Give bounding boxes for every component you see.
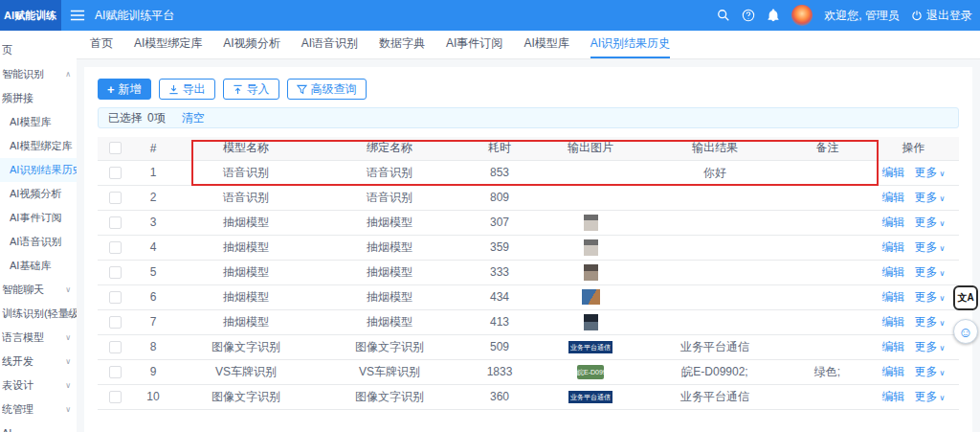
edit-link[interactable]: 编辑: [882, 340, 905, 353]
sidebar-item[interactable]: 统管理∨: [0, 398, 77, 421]
edit-link[interactable]: 编辑: [882, 290, 905, 304]
sidebar-item[interactable]: AI模型库: [0, 110, 77, 134]
output-result: [643, 185, 787, 210]
row-checkbox[interactable]: [109, 266, 122, 279]
checkbox-cell: [98, 210, 132, 235]
translate-widget[interactable]: 文A: [953, 285, 978, 310]
help-icon[interactable]: [742, 9, 755, 22]
sidebar-menu: 页智能识别∧频拼接AI模型库AI模型绑定库AI识别结果历史AI视频分析AI事件订…: [0, 31, 77, 432]
more-link[interactable]: 更多∨: [915, 265, 946, 279]
sidebar-item[interactable]: 语言模型∨: [0, 326, 77, 350]
output-image-thumbnail[interactable]: 业务平台通信: [568, 391, 612, 403]
sidebar-item[interactable]: AI语音识别: [0, 230, 77, 254]
edit-link[interactable]: 编辑: [882, 265, 905, 279]
search-icon[interactable]: [717, 9, 730, 22]
tab-2[interactable]: AI视频分析: [223, 30, 279, 58]
row-checkbox[interactable]: [109, 366, 122, 378]
actions-cell: 编辑更多∨: [868, 284, 959, 309]
sidebar-item[interactable]: 表设计∨: [0, 374, 77, 398]
notification-icon[interactable]: [767, 9, 780, 22]
more-link[interactable]: 更多∨: [915, 365, 946, 378]
sidebar-item[interactable]: 智能聊天∨: [0, 278, 77, 302]
output-image-thumbnail[interactable]: 皖E-D09902: [577, 365, 604, 379]
header-left: AI赋能训练平台: [61, 8, 174, 24]
tab-1[interactable]: AI模型绑定库: [134, 30, 202, 58]
sidebar-item[interactable]: AI模型绑定库: [0, 134, 77, 158]
sidebar-item[interactable]: AI基础库: [0, 254, 77, 278]
tab-5[interactable]: AI事件订阅: [446, 30, 502, 58]
output-image-thumbnail[interactable]: [584, 314, 598, 330]
collapse-menu-icon[interactable]: [70, 9, 85, 22]
output-image-thumbnail[interactable]: [584, 239, 598, 256]
sidebar-item-label: AI模型库: [10, 110, 77, 134]
row-checkbox[interactable]: [109, 391, 122, 403]
edit-link[interactable]: 编辑: [882, 315, 905, 329]
clear-selection-link[interactable]: 清空: [182, 110, 205, 126]
output-image-thumbnail[interactable]: [582, 289, 600, 305]
sidebar-item[interactable]: AI事件订阅: [0, 206, 77, 230]
row-checkbox[interactable]: [109, 291, 122, 304]
more-link[interactable]: 更多∨: [915, 166, 946, 179]
more-link[interactable]: 更多∨: [915, 315, 946, 329]
import-button[interactable]: 导入: [223, 79, 279, 100]
edit-link[interactable]: 编辑: [882, 216, 905, 229]
sidebar-item[interactable]: 频拼接: [0, 86, 77, 110]
actions-cell: 编辑更多∨: [868, 309, 959, 334]
tab-7[interactable]: AI识别结果历史: [590, 30, 670, 58]
row-checkbox[interactable]: [109, 167, 122, 179]
more-link[interactable]: 更多∨: [915, 240, 946, 254]
more-label: 更多: [915, 240, 938, 254]
elapsed-time: 434: [461, 284, 538, 309]
more-link[interactable]: 更多∨: [915, 340, 946, 353]
avatar[interactable]: [791, 5, 813, 26]
sidebar-item-label: AI: [2, 421, 77, 432]
output-image-cell: [538, 284, 643, 309]
row-index: 8: [132, 334, 174, 359]
tab-3[interactable]: AI语音识别: [301, 30, 358, 58]
row-checkbox[interactable]: [109, 192, 122, 204]
output-image-thumbnail[interactable]: [584, 215, 598, 231]
table-row: 6抽烟模型抽烟模型434编辑更多∨: [98, 284, 959, 309]
edit-link[interactable]: 编辑: [882, 166, 905, 179]
tab-0[interactable]: 首页: [90, 30, 113, 58]
remark: [787, 160, 868, 185]
row-checkbox[interactable]: [109, 216, 122, 229]
import-button-label: 导入: [247, 81, 270, 98]
edit-link[interactable]: 编辑: [882, 240, 905, 254]
table-row: 9VS车牌识别VS车牌识别1833皖E-D09902皖E-D09902;绿色;编…: [98, 359, 959, 384]
export-button[interactable]: 导出: [159, 79, 215, 100]
sidebar-item[interactable]: AI识别结果历史: [0, 158, 77, 182]
sidebar-item[interactable]: 训练识别(轻量级)∨: [0, 302, 77, 326]
column-header: 模型名称: [174, 137, 318, 160]
more-link[interactable]: 更多∨: [915, 216, 946, 229]
logout-button[interactable]: 退出登录: [911, 8, 972, 24]
output-image-thumbnail[interactable]: [584, 264, 598, 281]
tab-bar: 首页AI模型绑定库AI视频分析AI语音识别数据字典AI事件订阅AI模型库AI识别…: [77, 31, 980, 59]
sidebar-item[interactable]: 线开发∨: [0, 350, 77, 374]
output-image-thumbnail[interactable]: 业务平台通信: [568, 341, 612, 353]
assistant-widget[interactable]: ☺: [953, 319, 978, 344]
more-link[interactable]: 更多∨: [915, 290, 946, 304]
row-checkbox[interactable]: [109, 341, 122, 353]
output-image-cell: [538, 309, 643, 334]
row-checkbox[interactable]: [109, 241, 122, 254]
tab-4[interactable]: 数据字典: [379, 30, 425, 58]
edit-link[interactable]: 编辑: [882, 390, 905, 403]
app-logo: AI赋能训练: [0, 0, 61, 31]
edit-link[interactable]: 编辑: [882, 191, 905, 204]
sidebar-item[interactable]: AI: [0, 421, 77, 432]
add-button[interactable]: + 新增: [98, 79, 151, 100]
tab-6[interactable]: AI模型库: [523, 30, 568, 58]
sidebar-item[interactable]: AI视频分析: [0, 182, 77, 206]
more-link[interactable]: 更多∨: [915, 390, 946, 403]
edit-link[interactable]: 编辑: [882, 365, 905, 378]
floating-widgets: 文A ☺: [953, 285, 978, 344]
sidebar-item[interactable]: 页: [0, 38, 77, 62]
chevron-down-icon: ∨: [940, 294, 946, 303]
more-link[interactable]: 更多∨: [915, 191, 946, 204]
row-checkbox[interactable]: [109, 316, 122, 329]
select-all-checkbox[interactable]: [109, 142, 122, 154]
advanced-query-button[interactable]: 高级查询: [287, 79, 367, 100]
sidebar-item[interactable]: 智能识别∧: [0, 62, 77, 86]
actions-cell: 编辑更多∨: [868, 359, 959, 384]
